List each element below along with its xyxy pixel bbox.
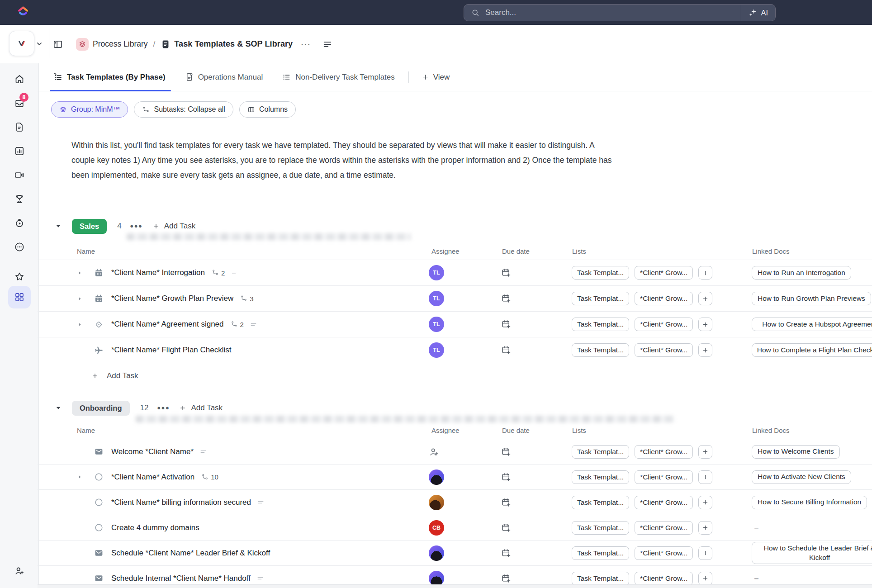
expand-caret-icon[interactable] [74, 474, 85, 480]
table-row[interactable]: Welcome *Client Name* Task Templat... *C… [38, 439, 872, 465]
due-date-cell[interactable] [501, 465, 511, 489]
linked-doc-chip[interactable]: How to Create a Hubspot Agreement [752, 318, 872, 331]
sidebar-item-clips[interactable] [13, 169, 26, 181]
task-name[interactable]: Schedule *Client Name* Leader Brief & Ki… [111, 549, 270, 558]
due-date-cell[interactable] [501, 260, 511, 285]
list-chip[interactable]: Task Templat... [572, 343, 629, 357]
column-header-lists[interactable]: Lists [572, 247, 586, 255]
task-name[interactable]: Create 4 dummy domains [111, 523, 199, 532]
due-date-cell[interactable] [501, 541, 511, 565]
add-view-button[interactable]: View [422, 73, 450, 82]
list-chip[interactable]: Task Templat... [572, 318, 629, 331]
add-list-button[interactable] [698, 445, 712, 459]
add-list-button[interactable] [698, 496, 712, 509]
assignee-cell[interactable]: TL [429, 286, 444, 311]
task-name[interactable]: *Client Name* Flight Plan Checklist [111, 346, 232, 355]
subtasks-chip[interactable]: Subtasks: Collapse all [134, 101, 233, 118]
task-name[interactable]: *Client Name* Growth Plan Preview [111, 294, 233, 303]
task-name[interactable]: Welcome *Client Name* [111, 447, 194, 456]
page-title[interactable]: Task Templates & SOP Library [174, 39, 293, 49]
column-header-due[interactable]: Due date [502, 427, 530, 434]
add-list-button[interactable] [698, 318, 712, 331]
list-chip[interactable]: Task Templat... [572, 521, 629, 535]
linked-doc-chip[interactable]: How to Welcome Clients [752, 445, 840, 459]
linked-doc-chip[interactable]: How to Complete a Flight Plan Checklist [752, 343, 872, 357]
due-date-cell[interactable] [501, 439, 511, 464]
assignee-cell[interactable]: TL [429, 337, 444, 363]
sidebar-item-dashboards[interactable] [13, 145, 26, 157]
tab-task-templates-by-phase[interactable]: Task Templates (By Phase) [53, 63, 166, 91]
list-chip[interactable]: Task Templat... [572, 496, 629, 509]
ai-button[interactable]: AI [741, 5, 775, 21]
due-date-cell[interactable] [501, 490, 511, 515]
table-row[interactable]: Schedule *Client Name* Leader Brief & Ki… [38, 541, 872, 566]
tab-non-delivery-task-templates[interactable]: Non-Delivery Task Templates [282, 63, 395, 91]
task-name[interactable]: *Client Name* Agreement signed [111, 320, 224, 329]
table-row[interactable]: *Client Name* Activation 10 Task Templat… [38, 465, 872, 490]
toggle-sidebar-icon[interactable] [52, 39, 63, 50]
search-input[interactable] [480, 8, 741, 17]
list-chip[interactable]: Task Templat... [572, 470, 629, 484]
list-chip[interactable]: Task Templat... [572, 546, 629, 560]
group-add-task-button[interactable]: Add Task [152, 222, 196, 231]
linked-doc-chip[interactable]: How to Activate New Clients [752, 470, 851, 484]
group-by-chip[interactable]: Group: MinM™ [51, 101, 128, 118]
assignee-cell[interactable]: CB [429, 515, 444, 540]
sidebar-item-spaces-active[interactable] [8, 286, 31, 308]
group-menu-button[interactable]: ••• [157, 406, 170, 410]
table-row[interactable]: Create 4 dummy domains CB Task Templat..… [38, 515, 872, 541]
expand-caret-icon[interactable] [74, 270, 85, 276]
add-list-button[interactable] [698, 572, 712, 585]
sidebar-invite-button[interactable] [13, 564, 26, 577]
due-date-cell[interactable] [501, 312, 511, 337]
due-date-cell[interactable] [501, 515, 511, 540]
table-row[interactable]: *Client Name* billing information secure… [38, 490, 872, 515]
group-menu-button[interactable]: ••• [130, 224, 143, 228]
list-chip[interactable]: *Client* Grow... [635, 292, 693, 305]
task-name[interactable]: *Client Name* Interrogation [111, 268, 205, 277]
assignee-cell[interactable] [429, 541, 444, 565]
column-header-linked[interactable]: Linked Docs [752, 247, 790, 255]
list-chip[interactable]: *Client* Grow... [635, 266, 693, 280]
column-header-name[interactable]: Name [77, 427, 95, 434]
task-name[interactable]: *Client Name* billing information secure… [111, 498, 251, 507]
breadcrumb-more-button[interactable]: ⋯ [300, 42, 311, 47]
collapse-group-icon[interactable] [55, 404, 62, 412]
add-list-button[interactable] [698, 521, 712, 535]
group-status-badge[interactable]: Sales [72, 219, 107, 234]
table-row[interactable]: *Client Name* Growth Plan Preview 3 TL T… [38, 286, 872, 312]
list-chip[interactable]: *Client* Grow... [635, 546, 693, 560]
list-description[interactable]: Within this list, you'll find task templ… [71, 138, 612, 183]
assignee-cell[interactable] [429, 465, 444, 489]
chevron-down-icon[interactable] [36, 41, 43, 47]
list-chip[interactable]: *Client* Grow... [635, 572, 693, 585]
sidebar-item-favorites[interactable] [13, 270, 26, 283]
sidebar-item-more[interactable] [13, 241, 26, 253]
add-list-button[interactable] [698, 546, 712, 560]
list-chip[interactable]: *Client* Grow... [635, 521, 693, 535]
breadcrumb-space[interactable]: Process Library [93, 39, 148, 49]
sidebar-item-goals[interactable] [13, 193, 26, 205]
global-search-bar[interactable]: AI [464, 4, 776, 21]
linked-doc-chip[interactable]: How to Schedule the Leader Brief & Kicko… [752, 542, 872, 564]
add-list-button[interactable] [698, 266, 712, 280]
linked-doc-chip[interactable]: How to Run Growth Plan Previews [752, 292, 871, 305]
linked-doc-chip[interactable]: How to Run an Interrogation [752, 266, 851, 280]
expand-caret-icon[interactable] [74, 295, 85, 302]
table-row[interactable]: *Client Name* Interrogation 2 TL Task Te… [38, 260, 872, 286]
column-header-assignee[interactable]: Assignee [431, 247, 460, 255]
add-list-button[interactable] [698, 470, 712, 484]
sidebar-item-inbox[interactable]: 8 [13, 97, 26, 109]
list-chip[interactable]: *Client* Grow... [635, 496, 693, 509]
assignee-cell[interactable]: TL [429, 260, 444, 285]
assignee-cell[interactable]: TL [429, 312, 444, 337]
list-chip[interactable]: *Client* Grow... [635, 343, 693, 357]
list-chip[interactable]: *Client* Grow... [635, 445, 693, 459]
add-list-button[interactable] [698, 343, 712, 357]
group-add-task-button[interactable]: Add Task [179, 403, 223, 413]
group-status-badge[interactable]: Onboarding [72, 401, 130, 416]
list-chip[interactable]: *Client* Grow... [635, 318, 693, 331]
expand-caret-icon[interactable] [74, 321, 85, 328]
column-header-due[interactable]: Due date [502, 247, 530, 255]
sidebar-item-docs[interactable] [13, 121, 26, 133]
